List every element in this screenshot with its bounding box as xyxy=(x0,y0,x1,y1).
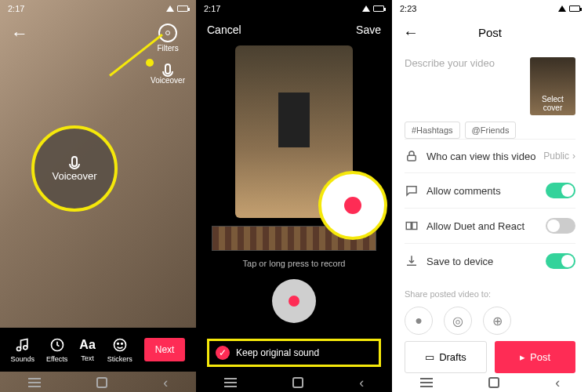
duet-toggle[interactable] xyxy=(546,218,575,234)
voiceover-callout: Voiceover xyxy=(31,125,118,212)
duet-icon xyxy=(405,219,419,233)
post-header: ← Post xyxy=(392,17,588,48)
save-button[interactable]: Save xyxy=(356,24,381,36)
back-button[interactable]: ← xyxy=(11,24,28,85)
signal-icon xyxy=(166,5,174,12)
svg-rect-6 xyxy=(408,155,416,161)
mic-icon xyxy=(165,64,171,74)
chevron-right-icon: › xyxy=(572,151,575,162)
save-row[interactable]: Save to device xyxy=(405,243,575,278)
filters-button[interactable]: Filters xyxy=(157,24,178,53)
battery-icon xyxy=(177,5,188,12)
svg-point-0 xyxy=(16,347,20,350)
share-instagram[interactable]: ◎ xyxy=(444,307,472,335)
record-callout xyxy=(318,171,387,240)
svg-rect-7 xyxy=(406,223,411,230)
navback-icon[interactable]: ‹ xyxy=(359,375,364,391)
page-title: Post xyxy=(478,26,502,39)
svg-point-4 xyxy=(117,343,118,344)
comments-row[interactable]: Allow comments xyxy=(405,172,575,208)
home-icon[interactable] xyxy=(96,377,107,388)
hashtags-chip[interactable]: #Hashtags xyxy=(405,122,460,139)
share-more[interactable]: ⊕ xyxy=(483,307,511,335)
battery-icon xyxy=(569,5,580,12)
effects-button[interactable]: Effects xyxy=(46,337,67,363)
recents-icon[interactable] xyxy=(420,378,433,387)
comment-icon xyxy=(405,183,419,198)
mic-icon xyxy=(71,156,78,167)
status-bar: 2:23 xyxy=(392,0,588,17)
recents-icon[interactable] xyxy=(28,378,41,387)
share-label: Share posted video to: xyxy=(405,289,575,299)
select-cover-button[interactable]: Select cover xyxy=(530,57,575,115)
svg-point-1 xyxy=(24,345,27,349)
record-dot-icon xyxy=(289,296,299,307)
privacy-row[interactable]: Who can view this video Public› xyxy=(405,139,575,172)
cancel-button[interactable]: Cancel xyxy=(207,24,241,36)
svg-point-3 xyxy=(114,339,125,350)
edit-toolbar: Sounds Effects AaText Stickers Next xyxy=(0,328,196,372)
post-icon: ▸ xyxy=(520,351,525,363)
android-navbar: ‹ xyxy=(196,373,392,392)
voiceover-button[interactable]: Voiceover xyxy=(151,64,185,85)
voiceover-screen: 2:17 Cancel Save Tap or long press to re… xyxy=(196,0,392,392)
status-bar: 2:17 xyxy=(196,0,392,17)
drafts-button[interactable]: ▭Drafts xyxy=(405,341,487,373)
svg-rect-8 xyxy=(412,223,417,230)
svg-point-5 xyxy=(121,343,122,344)
text-button[interactable]: AaText xyxy=(79,338,95,362)
home-icon[interactable] xyxy=(292,377,303,388)
android-navbar: ‹ xyxy=(392,373,588,392)
status-time: 2:17 xyxy=(204,4,220,13)
friends-chip[interactable]: @Friends xyxy=(465,122,517,139)
save-toggle[interactable] xyxy=(546,253,575,269)
android-navbar: ‹ xyxy=(0,373,196,392)
home-icon[interactable] xyxy=(488,377,499,388)
battery-icon xyxy=(373,5,384,12)
drafts-icon: ▭ xyxy=(425,351,434,363)
post-screen: 2:23 ← Post Describe your video Select c… xyxy=(392,0,588,392)
signal-icon xyxy=(558,5,566,12)
status-time: 2:23 xyxy=(400,4,416,13)
preview-subject xyxy=(278,93,310,147)
navback-icon[interactable]: ‹ xyxy=(163,375,168,391)
status-bar: 2:17 xyxy=(0,0,196,17)
download-icon xyxy=(405,254,419,268)
status-time: 2:17 xyxy=(8,4,24,13)
post-button[interactable]: ▸Post xyxy=(495,341,575,373)
record-button[interactable] xyxy=(272,279,316,323)
signal-icon xyxy=(362,5,370,12)
share-messenger[interactable]: ● xyxy=(405,307,433,335)
back-button[interactable]: ← xyxy=(403,24,419,42)
recents-icon[interactable] xyxy=(224,378,237,387)
record-dot-icon xyxy=(344,197,361,214)
keep-original-sound-toggle[interactable]: ✓ Keep original sound xyxy=(207,339,381,367)
next-button[interactable]: Next xyxy=(144,338,186,361)
stickers-button[interactable]: Stickers xyxy=(107,337,132,363)
check-icon: ✓ xyxy=(216,346,230,360)
sounds-button[interactable]: Sounds xyxy=(10,337,34,363)
edit-screen: 2:17 ← Filters Voiceover Voiceover xyxy=(0,0,196,392)
description-input[interactable]: Describe your video xyxy=(405,57,522,101)
duet-row[interactable]: Allow Duet and React xyxy=(405,208,575,243)
navback-icon[interactable]: ‹ xyxy=(555,375,560,391)
lock-icon xyxy=(405,149,419,163)
comments-toggle[interactable] xyxy=(546,183,575,198)
record-instruction: Tap or long press to record xyxy=(196,259,392,268)
